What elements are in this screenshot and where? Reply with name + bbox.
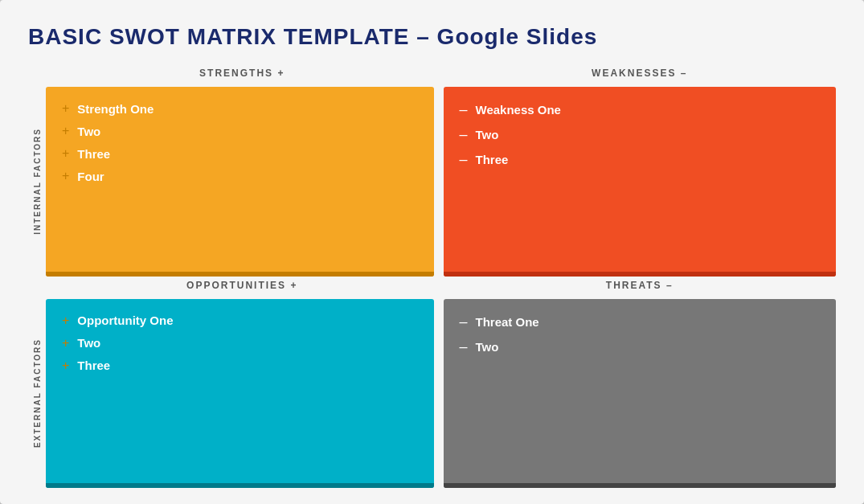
opportunities-list: +Opportunity One +Two +Three <box>62 313 418 373</box>
label-top-spacer <box>28 64 46 87</box>
threats-quadrant: –Threat One –Two <box>444 299 837 489</box>
swot-grid: STRENGTHS + WEAKNESSES – +Strength One +… <box>46 64 836 488</box>
strengths-header: STRENGTHS + <box>46 64 439 87</box>
internal-factors-label: INTERNAL FACTORS <box>28 87 46 277</box>
list-item: +Opportunity One <box>62 313 418 328</box>
list-item: +Strength One <box>62 101 418 116</box>
matrix-with-labels: INTERNAL FACTORS EXTERNAL FACTORS STRENG… <box>28 64 836 488</box>
opportunities-header: OPPORTUNITIES + <box>46 277 439 299</box>
list-item: +Four <box>62 169 418 183</box>
list-item: –Weakness One <box>460 101 821 118</box>
list-item: –Threat One <box>460 313 821 330</box>
external-factors-label: EXTERNAL FACTORS <box>28 299 46 489</box>
list-item: +Two <box>62 336 418 350</box>
slide-title: BASIC SWOT MATRIX TEMPLATE – Google Slid… <box>28 24 836 50</box>
threats-header: THREATS – <box>444 277 837 299</box>
list-item: +Two <box>62 124 418 138</box>
list-item: +Three <box>62 359 418 373</box>
labels-column: INTERNAL FACTORS EXTERNAL FACTORS <box>28 64 46 488</box>
weaknesses-quadrant: –Weakness One –Two –Three <box>444 87 837 277</box>
weaknesses-list: –Weakness One –Two –Three <box>460 101 821 168</box>
list-item: –Three <box>460 151 821 168</box>
label-middle-spacer <box>28 277 46 299</box>
list-item: –Two <box>460 338 821 355</box>
slide-container: BASIC SWOT MATRIX TEMPLATE – Google Slid… <box>0 0 864 504</box>
weaknesses-header: WEAKNESSES – <box>444 64 837 87</box>
list-item: +Three <box>62 146 418 161</box>
strengths-quadrant: +Strength One +Two +Three +Four <box>46 87 434 277</box>
list-item: –Two <box>460 126 821 143</box>
opportunities-quadrant: +Opportunity One +Two +Three <box>46 299 434 489</box>
strengths-list: +Strength One +Two +Three +Four <box>62 101 418 183</box>
threats-list: –Threat One –Two <box>460 313 821 355</box>
